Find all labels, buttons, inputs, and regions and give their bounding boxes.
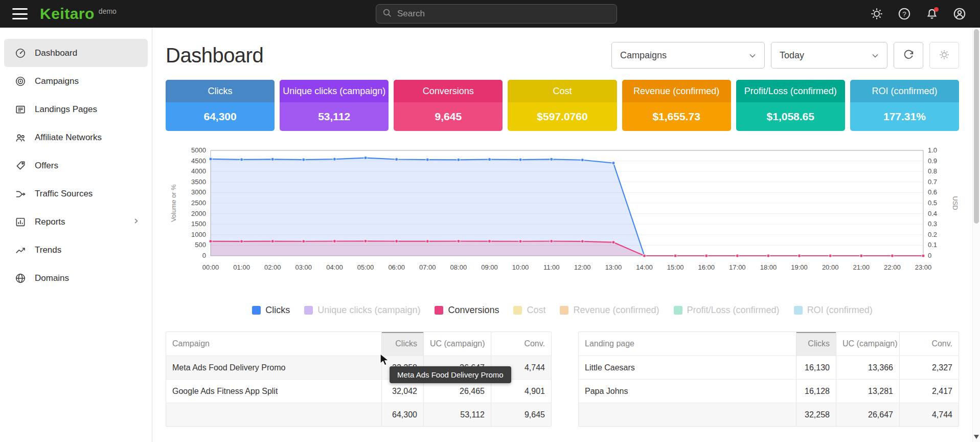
svg-text:20:00: 20:00 [822,263,839,271]
metric-card-unique-clicks[interactable]: Unique clicks (campaign) 53,112 [280,80,389,131]
sidebar-item-label: Affiliate Networks [35,132,102,143]
chevron-down-icon [749,50,756,61]
svg-text:0.8: 0.8 [928,167,937,175]
logo[interactable]: Keitaro demo [40,6,117,21]
legend-item-cost[interactable]: Cost [513,305,545,316]
svg-text:0.7: 0.7 [928,178,937,186]
search-box[interactable] [376,4,617,24]
table-row[interactable]: Little Caesars 16,130 13,366 2,327 [579,356,959,379]
column-header-uc-campaign[interactable]: UC (campaign) [423,332,491,356]
sidebar-item-landings-pages[interactable]: Landings Pages [4,95,148,123]
legend-item-unique-clicks[interactable]: Unique clicks (campaign) [304,305,420,316]
sidebar-item-label: Offers [35,161,58,171]
scroll-down-arrow[interactable] [974,435,979,439]
campaign-name[interactable]: Meta Ads Food Delivery Promo [166,356,381,379]
sidebar-item-domains[interactable]: Domains [4,264,148,292]
sidebar-item-traffic-sources[interactable]: Traffic Sources [4,180,148,208]
metric-card-clicks[interactable]: Clicks 64,300 [166,80,275,131]
account-icon[interactable] [952,7,967,21]
logo-text: Keitaro [40,6,95,21]
column-header-clicks[interactable]: Clicks [796,332,836,356]
svg-text:0.2: 0.2 [928,231,937,238]
column-header-clicks[interactable]: Clicks [381,332,423,356]
svg-text:02:00: 02:00 [264,263,281,271]
scrollbar-thumb[interactable] [974,29,979,224]
hamburger-menu-button[interactable] [11,7,29,20]
chart-legend: Clicks Unique clicks (campaign) Conversi… [166,303,959,317]
column-header-landing-page[interactable]: Landing page [579,332,796,356]
metric-card-cost[interactable]: Cost $597.0760 [508,80,617,131]
svg-text:08:00: 08:00 [450,263,467,271]
scrollbar[interactable] [972,28,980,442]
legend-item-roi[interactable]: ROI (confirmed) [794,305,873,316]
sidebar-item-dashboard[interactable]: Dashboard [4,39,148,67]
svg-text:1000: 1000 [191,231,206,238]
column-header-uc-campaign[interactable]: UC (campaign) [836,332,899,356]
metric-card-revenue[interactable]: Revenue (confirmed) $1,655.73 [622,80,731,131]
refresh-button[interactable] [894,42,923,69]
gauge-icon [14,47,27,59]
metric-card-roi[interactable]: ROI (confirmed) 177.31% [850,80,959,131]
table-row[interactable]: Papa Johns 16,128 13,281 2,417 [579,379,959,403]
app-root: Keitaro demo [0,0,980,442]
column-header-conv[interactable]: Conv. [899,332,959,356]
total-conv: 4,744 [899,403,959,426]
svg-text:0.6: 0.6 [928,188,937,196]
settings-gear-icon[interactable] [870,7,884,21]
svg-text:3000: 3000 [191,188,206,196]
campaign-name[interactable]: Google Ads Fitness App Split [166,380,381,403]
grouping-select[interactable]: Campaigns [611,42,765,69]
svg-text:07:00: 07:00 [419,263,436,271]
metric-card-value: $597.0760 [537,110,587,123]
svg-text:12:00: 12:00 [574,263,591,271]
svg-text:16:00: 16:00 [698,263,715,271]
topbar: Keitaro demo [0,0,980,28]
help-icon[interactable]: ? [897,7,911,21]
legend-swatch [674,306,682,315]
landing-page-name[interactable]: Papa Johns [579,380,796,403]
landing-page-name[interactable]: Little Caesars [579,356,796,379]
metric-card-profit-loss[interactable]: Profit/Loss (confirmed) $1,058.65 [736,80,845,131]
svg-text:14:00: 14:00 [636,263,653,271]
legend-item-clicks[interactable]: Clicks [252,305,290,316]
svg-text:0: 0 [928,252,931,259]
metric-card-label: Unique clicks (campaign) [283,86,385,97]
legend-item-profit-loss[interactable]: Profit/Loss (confirmed) [674,305,780,316]
metric-card-value: 177.31% [883,110,926,123]
dashboard-controls: Campaigns Today [611,42,959,69]
legend-label: Unique clicks (campaign) [317,305,420,316]
column-header-campaign[interactable]: Campaign [166,332,381,356]
legend-item-revenue[interactable]: Revenue (confirmed) [560,305,659,316]
svg-text:1500: 1500 [191,220,206,228]
svg-text:04:00: 04:00 [326,263,343,271]
column-header-conv[interactable]: Conv. [491,332,551,356]
svg-text:01:00: 01:00 [233,263,250,271]
sidebar-item-label: Landings Pages [35,104,97,115]
search-input[interactable] [397,9,610,19]
merge-icon [14,188,27,200]
people-icon [14,131,27,144]
sidebar-item-reports[interactable]: Reports [4,208,148,236]
svg-text:17:00: 17:00 [729,263,746,271]
total-uc-campaign: 53,112 [423,403,491,426]
legend-item-conversions[interactable]: Conversions [435,305,499,316]
date-range-select[interactable]: Today [771,42,887,69]
metric-card-value: $1,655.73 [652,110,700,123]
svg-text:03:00: 03:00 [295,263,312,271]
svg-text:1.0: 1.0 [928,146,937,154]
sidebar-item-offers[interactable]: Offers [4,151,148,180]
landing-pages-table: Landing page Clicks UC (campaign) Conv. … [578,332,959,427]
sidebar-item-affiliate-networks[interactable]: Affiliate Networks [4,123,148,151]
sidebar-item-trends[interactable]: Trends [4,236,148,264]
refresh-icon [903,49,914,62]
metric-card-label: Clicks [208,86,233,97]
svg-text:10:00: 10:00 [512,263,529,271]
sidebar-item-label: Trends [35,245,61,255]
notification-dot [934,7,939,12]
notifications-bell-icon[interactable] [925,7,939,21]
logo-demo-badge: demo [99,7,117,15]
svg-text:13:00: 13:00 [605,263,622,271]
dashboard-settings-button[interactable] [929,42,959,69]
sidebar-item-campaigns[interactable]: Campaigns [4,67,148,95]
metric-card-conversions[interactable]: Conversions 9,645 [394,80,503,131]
